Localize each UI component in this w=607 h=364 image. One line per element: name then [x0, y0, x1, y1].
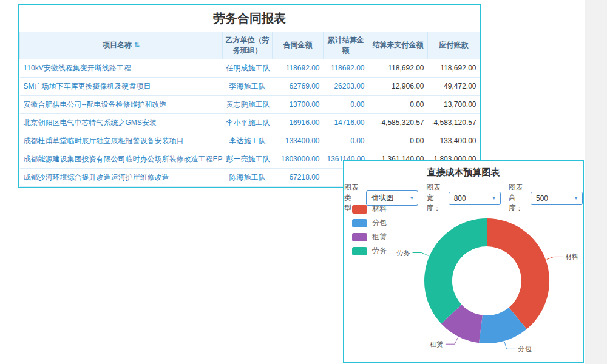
- team-cell: 李海施工队: [223, 77, 273, 95]
- column-header-team: 乙方单位（劳务班组）: [223, 32, 273, 59]
- table-row: 110kV安徽线程集变开断线路工程 任明成施工队 118692.00 11869…: [20, 59, 480, 77]
- column-header-unpaid-amount: 结算未支付金额: [368, 32, 428, 59]
- slice-label-劳务: 劳务: [397, 249, 410, 257]
- table-row: 成都杜甫草堂临时展厅独立展柜报警设备安装项目 李达施工队 133400.00 0…: [20, 132, 480, 150]
- unpaid-amount-cell: 0.00: [368, 132, 428, 150]
- donut-chart: 材料分包租赁劳务: [344, 199, 585, 358]
- team-cell: 李达施工队: [223, 132, 273, 150]
- sort-icon[interactable]: ⇅: [134, 41, 140, 49]
- table-row: SM广场地下车库更换摄像机及硬盘项目 李海施工队 62769.00 26203.…: [20, 77, 480, 95]
- payable-cell: -4,583,120.57: [428, 113, 480, 132]
- contract-amount-cell: 13700.00: [273, 95, 324, 113]
- label-leader-line: [413, 253, 429, 256]
- team-cell: 彭一亮施工队: [223, 150, 273, 168]
- contract-amount-cell: 1803000.00: [273, 150, 324, 168]
- table-row: 安徽合肥供电公司--配电设备检修维护和改造 黄志鹏施工队 13700.00 0.…: [20, 95, 480, 113]
- project-name-cell[interactable]: 北京朝阳区电气中芯特气系统之GMS安装: [20, 113, 223, 132]
- project-name-cell[interactable]: 成都杜甫草堂临时展厅独立展柜报警设备安装项目: [20, 132, 223, 150]
- project-name-cell[interactable]: 110kV安徽线程集变开断线路工程: [20, 59, 223, 77]
- settled-amount-cell: 0.00: [324, 95, 368, 113]
- project-name-cell[interactable]: 安徽合肥供电公司--配电设备检修维护和改造: [20, 95, 223, 113]
- payable-cell: 118,692.00: [428, 59, 480, 77]
- unpaid-amount-cell: 118,692.00: [368, 59, 428, 77]
- slice-label-材料: 材料: [565, 253, 578, 260]
- unpaid-amount-cell: 12,906.00: [368, 77, 428, 95]
- label-leader-line: [504, 342, 515, 349]
- contract-amount-cell: 62769.00: [273, 77, 324, 95]
- settled-amount-cell: 26203.00: [324, 77, 368, 95]
- unpaid-amount-cell: 0.00: [368, 95, 428, 113]
- project-name-cell[interactable]: 成都沙河环境综合提升改造运河护岸维修改造: [20, 168, 223, 186]
- team-cell: 陈海施工队: [223, 168, 273, 186]
- payable-cell: 49,472.00: [428, 77, 480, 95]
- contract-amount-cell: 133400.00: [273, 132, 324, 150]
- pie-slice-材料[interactable]: [487, 218, 549, 329]
- pie-slice-劳务[interactable]: [424, 218, 487, 324]
- team-cell: 李小平施工队: [223, 113, 273, 132]
- chart-panel-title: 直接成本预算图表: [344, 161, 583, 183]
- contract-amount-cell: 67218.00: [273, 168, 324, 186]
- label-leader-line: [547, 257, 563, 259]
- contract-amount-cell: 118692.00: [273, 59, 324, 77]
- project-name-cell[interactable]: 成都能源建设集团投资有限公司临时办公场所装修改造工程EPC: [20, 150, 223, 168]
- page: { "ui": { "caret": "▼", "sort_icon": "⇅"…: [0, 0, 607, 364]
- settled-amount-cell: 14716.00: [324, 113, 368, 132]
- table-row: 北京朝阳区电气中芯特气系统之GMS安装 李小平施工队 16916.00 1471…: [20, 113, 480, 132]
- slice-label-租赁: 租赁: [430, 340, 443, 348]
- payable-cell: 133,400.00: [428, 132, 480, 150]
- column-header-contract-amount: 合同金额: [273, 32, 324, 59]
- slice-label-分包: 分包: [518, 345, 532, 352]
- settled-amount-cell: 118692.00: [324, 59, 368, 77]
- direct-cost-chart-panel: 直接成本预算图表 图表类型： 饼状图 ▼ 图表宽度： 800 ▼ 图表高度： 5…: [343, 160, 584, 363]
- project-name-cell[interactable]: SM广场地下车库更换摄像机及硬盘项目: [20, 77, 223, 95]
- team-cell: 任明成施工队: [223, 59, 273, 77]
- label-leader-line: [446, 338, 458, 345]
- column-header-settled-amount: 累计结算金额: [324, 32, 368, 59]
- contract-amount-cell: 16916.00: [273, 113, 324, 132]
- report-title: 劳务合同报表: [19, 5, 480, 32]
- settled-amount-cell: 0.00: [324, 132, 368, 150]
- payable-cell: 13,700.00: [428, 95, 480, 113]
- team-cell: 黄志鹏施工队: [223, 95, 273, 113]
- column-header-project-name[interactable]: 项目名称⇅: [20, 32, 223, 59]
- table-header-row: 项目名称⇅ 乙方单位（劳务班组） 合同金额 累计结算金额 结算未支付金额 应付账…: [20, 32, 480, 59]
- column-label-project-name: 项目名称: [103, 41, 132, 49]
- column-header-payable: 应付账款: [428, 32, 480, 59]
- right-gutter: [585, 0, 607, 364]
- unpaid-amount-cell: -4,585,320.57: [368, 113, 428, 132]
